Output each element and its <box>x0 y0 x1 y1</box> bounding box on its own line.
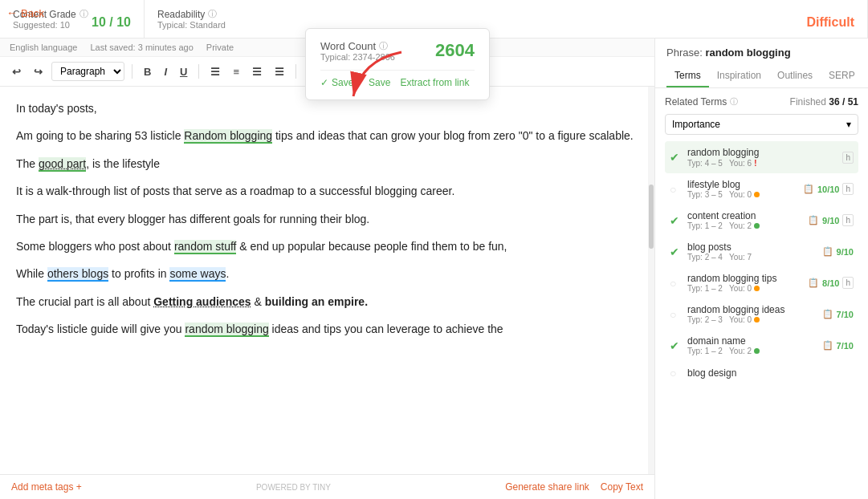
phrase-item-random-blogging[interactable]: ✔ random blogging Typ: 4 – 5 You: 6 ! h <box>665 141 858 173</box>
finished-label: Finished 36 / 51 <box>790 96 858 108</box>
phrase-typ: Typ: 1 – 2 You: 0 <box>687 284 808 293</box>
phrase-item-random-blogging-tips[interactable]: ○ random blogging tips Typ: 1 – 2 You: 0… <box>665 267 858 298</box>
align-right-button[interactable]: ☰ <box>248 63 266 80</box>
highlight-others-blogs: others blogs <box>47 267 108 282</box>
phrase-name: random blogging tips <box>687 273 808 284</box>
phrase-name: content creation <box>687 210 808 221</box>
phrase-typ: Typ: 1 – 2 You: 2 <box>687 347 822 355</box>
scrollbar-thumb[interactable] <box>649 185 654 249</box>
toolbar-divider-2 <box>198 64 199 79</box>
phrase-name: random blogging ideas <box>687 304 822 315</box>
dot-orange-icon <box>754 286 760 291</box>
phrase-check-icon: ✔ <box>670 339 683 352</box>
dot-orange-icon <box>754 317 760 323</box>
phrase-check-icon: ○ <box>670 367 683 379</box>
h-badge: h <box>842 183 854 195</box>
readability-label: Readability ⓘ <box>157 8 226 20</box>
phrase-score: 📋 8/10 h <box>808 277 854 289</box>
toolbar-divider-1 <box>132 64 132 79</box>
copy-text-button[interactable]: Copy Text <box>601 481 643 493</box>
generate-share-link-button[interactable]: Generate share link <box>505 481 589 493</box>
highlight-random-blogging: Random blogging <box>184 129 272 144</box>
align-center-button[interactable]: ≡ <box>229 63 243 80</box>
score-value: 7/10 <box>837 310 854 319</box>
editor-paragraph-7: While others blogs to profits in some wa… <box>16 265 638 282</box>
phrase-score: 📋 9/10 h <box>808 214 854 226</box>
content-grade-value: 10 / 10 <box>92 15 131 30</box>
score-value: 7/10 <box>837 341 854 351</box>
phrase-list: ✔ random blogging Typ: 4 – 5 You: 6 ! h <box>665 141 858 385</box>
back-button[interactable]: ← Back <box>6 6 44 19</box>
bold-button[interactable]: B <box>140 63 155 80</box>
saved-indicator: ✓ Saved <box>320 77 359 88</box>
editor-footer: Add meta tags + POWERED BY TINY Generate… <box>0 474 654 499</box>
phrase-name: blog design <box>687 367 854 379</box>
h-badge: h <box>842 214 854 226</box>
save-button[interactable]: Save <box>369 77 390 88</box>
redo-button[interactable]: ↪ <box>30 63 47 80</box>
score-doc-icon: 📋 <box>808 215 819 225</box>
score-doc-icon: 📋 <box>808 278 819 288</box>
italic-button[interactable]: I <box>160 63 171 80</box>
word-count-label: Word Count ⓘ <box>320 40 395 52</box>
tab-serp[interactable]: SERP <box>821 65 863 87</box>
editor-paragraph-6: Some bloggers who post about random stuf… <box>16 237 638 255</box>
highlight-getting-audiences: Getting audiences <box>153 295 251 308</box>
editor-paragraph-2: Am going to be sharing 53 listicle Rando… <box>16 127 638 144</box>
phrase-check-icon: ○ <box>670 277 683 290</box>
justify-button[interactable]: ☰ <box>271 63 288 80</box>
panel-header: Phrase: random blogging Terms Inspiratio… <box>655 39 868 88</box>
highlight-building-empire: building an empire. <box>265 295 368 308</box>
phrase-item-domain-name[interactable]: ✔ domain name Typ: 1 – 2 You: 2 📋 7/10 <box>665 330 858 361</box>
toolbar-divider-3 <box>295 64 296 79</box>
undo-button[interactable]: ↩ <box>8 63 25 80</box>
panel-meta-row: Related Terms ⓘ Finished 36 / 51 <box>665 96 858 108</box>
phrase-name: domain name <box>687 335 822 347</box>
phrase-typ: Typ: 2 – 4 You: 7 <box>687 253 822 262</box>
highlight-random-stuff: random stuff <box>174 240 237 254</box>
phrase-score: 📋 10/10 h <box>803 183 854 195</box>
editor-paragraph-9: Today's listicle guide will give you ran… <box>16 320 638 338</box>
phrase-typ: Typ: 1 – 2 You: 2 <box>687 221 808 230</box>
phrase-item-lifestyle-blog[interactable]: ○ lifestyle blog Typ: 3 – 5 You: 0 📋 10/… <box>665 173 858 205</box>
phrase-item-random-blogging-ideas[interactable]: ○ random blogging ideas Typ: 2 – 3 You: … <box>665 298 858 330</box>
editor-paragraph-5: The part is, that every blogger has diff… <box>16 210 638 228</box>
dot-orange-icon <box>754 192 760 197</box>
readability-info-icon: ⓘ <box>208 8 217 20</box>
dot-green-icon <box>754 348 760 354</box>
tab-outlines[interactable]: Outlines <box>769 65 821 87</box>
tab-inspiration[interactable]: Inspiration <box>709 65 769 87</box>
score-value: 9/10 <box>837 247 854 257</box>
phrase-item-blog-posts[interactable]: ✔ blog posts Typ: 2 – 4 You: 7 📋 9/10 <box>665 236 858 267</box>
phrase-item-content-creation[interactable]: ✔ content creation Typ: 1 – 2 You: 2 📋 9… <box>665 205 858 236</box>
highlight-good-part: good part <box>39 157 86 172</box>
phrase-typ: Typ: 3 – 5 You: 0 <box>687 190 803 199</box>
phrase-name: blog posts <box>687 241 822 253</box>
phrase-score: h <box>842 152 854 164</box>
score-doc-icon: 📋 <box>803 184 814 194</box>
align-left-button[interactable]: ☰ <box>206 63 224 80</box>
phrase-item-blog-design[interactable]: ○ blog design <box>665 361 858 385</box>
panel-phrase: Phrase: random blogging <box>666 47 857 59</box>
phrase-check-icon: ○ <box>670 183 683 196</box>
editor-paragraph-8: The crucial part is all about Getting au… <box>16 293 638 310</box>
scrollbar-track[interactable] <box>648 87 654 474</box>
phrase-typ: Typ: 4 – 5 You: 6 ! <box>687 158 842 168</box>
underline-button[interactable]: U <box>176 63 191 80</box>
phrase-score: 📋 7/10 <box>822 340 854 351</box>
editor-paragraph-4: It is a walk-through list of posts that … <box>16 182 638 200</box>
highlight-random-blogging-2: random blogging <box>185 323 268 337</box>
related-terms-info-icon: ⓘ <box>730 96 738 108</box>
paragraph-select[interactable]: Paragraph <box>51 62 124 81</box>
tab-terms[interactable]: Terms <box>666 65 709 87</box>
score-doc-icon: 📋 <box>822 246 833 257</box>
panel-body: Related Terms ⓘ Finished 36 / 51 Importa… <box>655 88 868 499</box>
extract-from-link-button[interactable]: Extract from link <box>400 77 469 88</box>
importance-select[interactable]: Importance ▾ <box>665 114 858 135</box>
powered-by-label: POWERED BY TINY <box>256 483 331 492</box>
related-terms-label: Related Terms ⓘ <box>665 96 738 108</box>
add-meta-button[interactable]: Add meta tags + <box>11 481 82 493</box>
editor-content[interactable]: In today's posts, Am going to be sharing… <box>0 87 654 474</box>
phrase-check-icon: ✔ <box>670 245 683 258</box>
visibility-info: Private <box>206 43 234 52</box>
